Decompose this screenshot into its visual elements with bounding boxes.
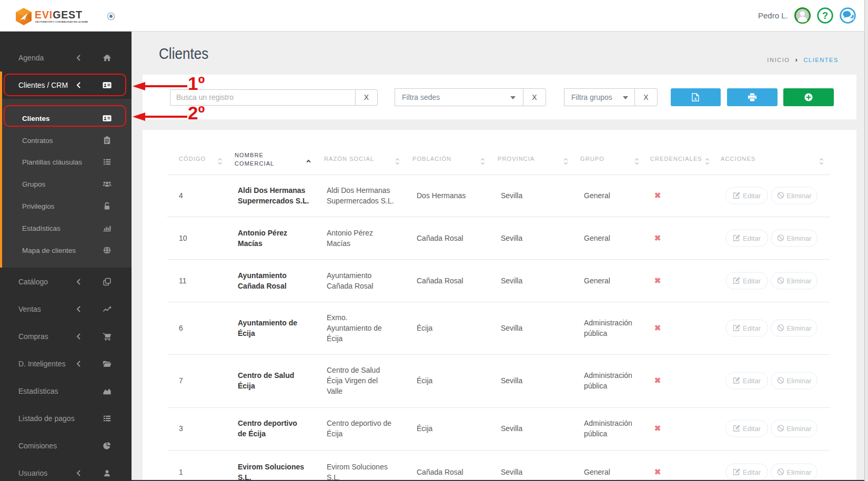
svg-text:?: ? [822, 11, 828, 21]
svg-text:x: x [694, 96, 697, 101]
